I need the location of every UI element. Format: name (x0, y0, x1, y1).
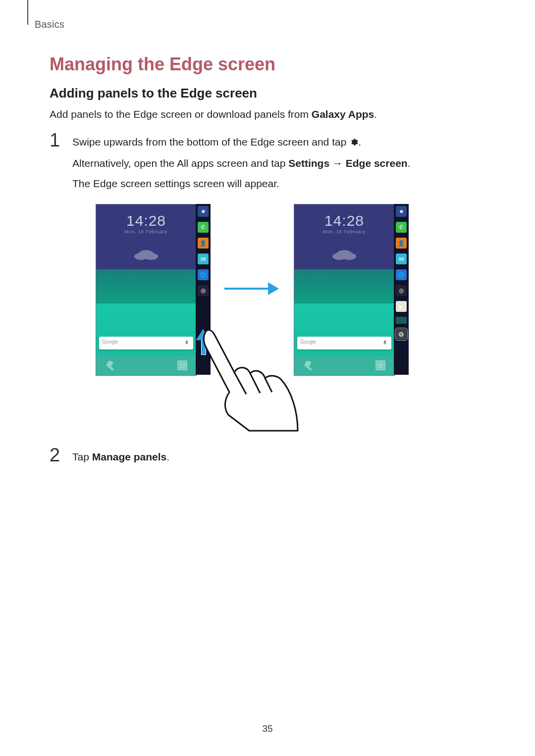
phone-screen: 14:28 Mon, 16 February Google (294, 204, 395, 376)
intro-text: Add panels to the Edge screen or downloa… (50, 107, 485, 122)
sub-title: Adding panels to the Edge screen (50, 86, 485, 101)
dock-phone-icon (105, 360, 115, 370)
edge-tile-star (198, 206, 209, 217)
dock-spacer (141, 360, 151, 370)
phone-screen: 14:28 Mon, 16 February Google (96, 204, 197, 376)
step-2-line-1: Tap Manage panels. (72, 449, 485, 466)
mic-icon (184, 339, 189, 346)
edge-tile-browser (198, 269, 209, 280)
dock (294, 355, 394, 375)
edge-tile-camera (396, 285, 407, 296)
mic-icon (382, 339, 387, 346)
dock-phone-icon (303, 360, 313, 370)
dock (96, 355, 196, 375)
breadcrumb: Basics (35, 19, 485, 30)
weather-icon (138, 250, 154, 259)
edge-tile-camera (198, 285, 209, 296)
edge-panel (394, 204, 409, 375)
step-1-line-2: Alternatively, open the All apps screen … (72, 155, 485, 172)
page-number: 35 (0, 723, 535, 734)
dock-apps-icon (375, 360, 385, 370)
search-bar: Google (99, 337, 193, 350)
edge-tile-message (396, 253, 407, 264)
edge-tile-settings (396, 329, 407, 340)
edge-tile-phone (198, 222, 209, 233)
intro-bold: Galaxy Apps (312, 108, 374, 120)
dock-spacer (321, 360, 331, 370)
step-1-line-1: Swipe upwards from the bottom of the Edg… (72, 134, 485, 152)
lockscreen-clock: 14:28 Mon, 16 February (96, 212, 196, 234)
search-placeholder: Google (102, 339, 118, 345)
dock-spacer (123, 360, 133, 370)
intro-pre: Add panels to the Edge screen or downloa… (50, 108, 312, 120)
transition-arrow-icon (224, 282, 279, 295)
edge-tile-contact (396, 238, 407, 249)
step-2: Tap Manage panels. (50, 449, 485, 466)
edge-tile-star (396, 206, 407, 217)
edge-tile-browser (396, 269, 407, 280)
hand-gesture-icon (195, 328, 304, 432)
dock-spacer (339, 360, 349, 370)
weather-icon (336, 250, 352, 259)
lockscreen-clock: 14:28 Mon, 16 February (294, 212, 394, 234)
phone-before: 14:28 Mon, 16 February Google (96, 204, 211, 375)
intro-post: . (374, 108, 377, 120)
edge-tile-message (198, 253, 209, 264)
search-bar: Google (297, 337, 391, 350)
dock-spacer (159, 360, 169, 370)
edge-tile-contact (198, 238, 209, 249)
figure-edge-swipe: 14:28 Mon, 16 February Google (96, 204, 462, 432)
phone-after: 14:28 Mon, 16 February Google (294, 204, 409, 375)
section-title: Managing the Edge screen (50, 54, 485, 75)
edge-tile-mini (396, 317, 407, 324)
edge-tile-phone (396, 222, 407, 233)
step-1: Swipe upwards from the bottom of the Edg… (50, 134, 485, 432)
gear-icon (349, 135, 358, 152)
dock-apps-icon (177, 360, 187, 370)
edge-tile-store (396, 301, 407, 312)
dock-spacer (357, 360, 367, 370)
step-1-line-3: The Edge screen settings screen will app… (72, 175, 485, 193)
